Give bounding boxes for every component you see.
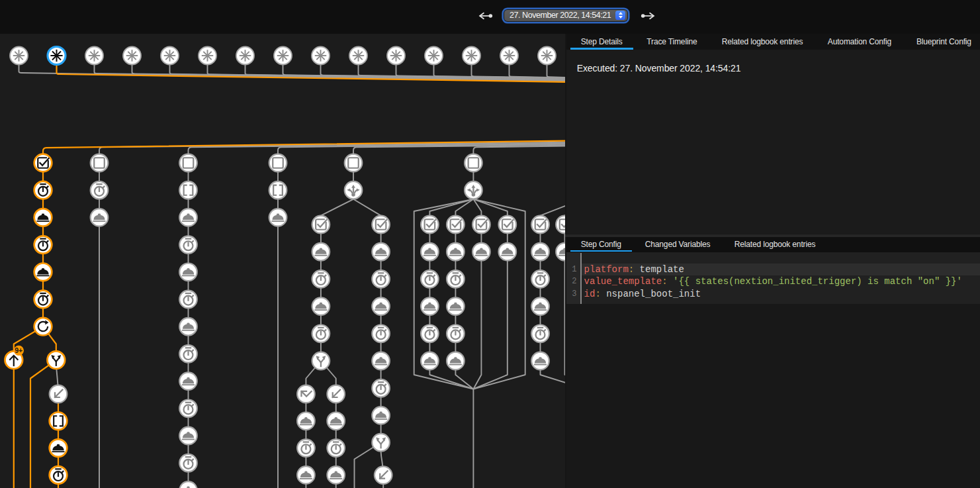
svg-text:9+: 9+: [15, 346, 22, 354]
